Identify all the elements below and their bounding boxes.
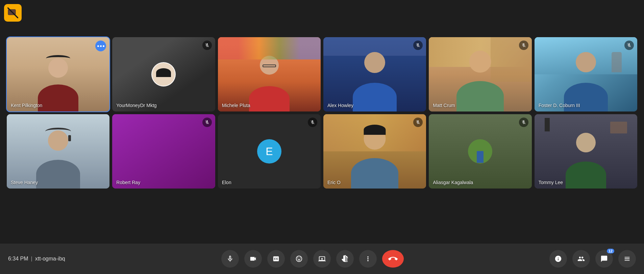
tile-elon[interactable]: E Elon (218, 114, 321, 189)
chat-icon (600, 255, 608, 263)
info-icon (554, 255, 562, 263)
mute-icon-foster (624, 41, 634, 50)
more-options-icon (364, 255, 372, 263)
activities-button[interactable] (618, 250, 636, 268)
info-button[interactable] (549, 250, 567, 268)
toolbar-info: 6:34 PM | xtt-ogma-ibq (8, 256, 76, 262)
mic-button[interactable] (221, 250, 239, 268)
toolbar-divider: | (31, 256, 32, 262)
mute-icon-aliasgar (519, 118, 528, 127)
participant-name-aliasgar: Aliasgar Kagalwala (433, 180, 473, 185)
chat-badge: 12 (607, 249, 614, 253)
avatar-yourmoney (151, 62, 176, 86)
participant-name-foster: Foster D. Coburn III (539, 103, 580, 108)
tile-tommy[interactable]: Tommy Lee (535, 114, 637, 189)
people-button[interactable] (572, 250, 590, 268)
camera-button[interactable] (244, 250, 262, 268)
tile-foster[interactable]: Foster D. Coburn III (535, 37, 637, 111)
people-icon (577, 255, 585, 263)
participant-name-yourmoney: YourMoneyDr Mktg (116, 103, 156, 108)
video-grid: Kent Pilkington YourMoneyDr Mktg (7, 37, 637, 189)
logo-area (4, 4, 22, 22)
present-button[interactable] (313, 250, 331, 268)
captions-button[interactable] (267, 250, 285, 268)
avatar-elon: E (257, 139, 281, 164)
meeting-code: xtt-ogma-ibq (35, 256, 65, 262)
participant-name-steve: Steve Haney (11, 180, 38, 185)
participant-name-eric: Eric O (327, 180, 341, 185)
participant-name-michele: Michele Pluta (222, 103, 250, 108)
participant-name-elon: Elon (222, 180, 231, 185)
meet-logo-icon (7, 7, 18, 18)
camera-icon (249, 255, 257, 263)
avatar-aliasgar (468, 139, 492, 164)
tile-steve[interactable]: Steve Haney (7, 114, 109, 189)
tile-kent[interactable]: Kent Pilkington (7, 37, 109, 111)
tile-aliasgar[interactable]: Aliasgar Kagalwala (429, 114, 531, 189)
toolbar: 6:34 PM | xtt-ogma-ibq (0, 244, 644, 274)
activities-icon (623, 255, 631, 263)
chat-button[interactable]: 12 (595, 250, 613, 268)
present-icon (318, 255, 326, 263)
emoji-icon (295, 255, 303, 263)
tile-michele[interactable]: Michele Pluta (218, 37, 321, 111)
end-call-button[interactable] (382, 250, 404, 268)
mic-icon (226, 255, 234, 263)
tile-alex[interactable]: Alex Howley (323, 37, 426, 111)
toolbar-controls (76, 250, 549, 268)
tile-matt[interactable]: Matt Crum (429, 37, 531, 111)
mute-icon-elon (308, 118, 317, 127)
more-options-button[interactable] (359, 250, 377, 268)
participant-name-matt: Matt Crum (433, 103, 455, 108)
emoji-button[interactable] (290, 250, 308, 268)
raise-hand-button[interactable] (336, 250, 354, 268)
toolbar-right-controls: 12 (549, 250, 636, 268)
captions-icon (272, 255, 280, 263)
mute-icon-robert (202, 118, 212, 127)
participant-name-robert: Robert Ray (116, 180, 140, 185)
mute-icon-yourmoney (202, 41, 212, 50)
tile-yourmoney[interactable]: YourMoneyDr Mktg (112, 37, 215, 111)
tile-robert[interactable]: Robert Ray (112, 114, 215, 189)
app-logo (4, 4, 22, 22)
participant-name-alex: Alex Howley (327, 103, 353, 108)
tile-eric[interactable]: Eric O (323, 114, 426, 189)
meeting-time: 6:34 PM (8, 256, 28, 262)
end-call-icon (388, 254, 398, 264)
raise-hand-icon (341, 255, 349, 263)
participant-name-tommy: Tommy Lee (539, 180, 563, 185)
mute-icon-matt (519, 41, 528, 50)
participant-name-kent: Kent Pilkington (11, 103, 42, 108)
